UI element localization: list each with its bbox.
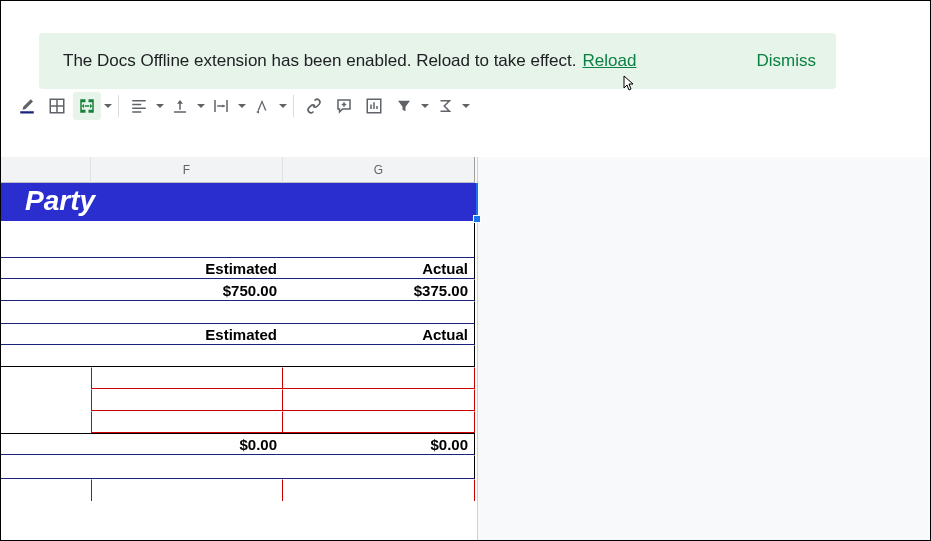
chevron-down-icon [156,104,164,108]
grid: Estimated Actual $750.00 $375.00 Estimat… [1,221,477,501]
separator [118,95,119,117]
cell-red[interactable] [91,411,283,433]
cell[interactable] [283,221,475,257]
chevron-down-icon [279,104,287,108]
cell[interactable] [1,279,91,301]
offline-banner: The Docs Offline extension has been enab… [39,33,836,89]
chevron-down-icon [197,104,205,108]
column-headers: F G [1,157,477,183]
functions-button[interactable] [431,92,470,120]
borders-button[interactable] [43,92,71,120]
cell-red[interactable] [283,411,475,433]
cell-red[interactable] [283,479,475,501]
cell[interactable] [283,345,475,367]
cell[interactable] [1,411,91,433]
cell[interactable] [1,367,91,389]
cell[interactable] [283,301,475,323]
filter-button[interactable] [390,92,429,120]
cell-red[interactable] [283,389,475,411]
insert-link-button[interactable] [300,92,328,120]
column-header-g[interactable]: G [283,157,475,183]
title-text: Party [25,185,95,217]
total-estimated[interactable]: $0.00 [91,433,283,455]
text-rotation-button[interactable] [248,92,287,120]
val-estimated-1[interactable]: $750.00 [91,279,283,301]
cell-red[interactable] [91,367,283,389]
fill-color-button[interactable] [13,92,41,120]
cell[interactable] [91,345,283,367]
insert-chart-button[interactable] [360,92,388,120]
cell[interactable] [1,323,91,345]
cell[interactable] [1,389,91,411]
toolbar [1,89,930,123]
horizontal-align-button[interactable] [125,92,164,120]
hdr-estimated-1[interactable]: Estimated [91,257,283,279]
svg-rect-0 [20,111,34,113]
cell[interactable] [1,345,91,367]
title-row[interactable]: Party [1,183,477,221]
dismiss-button[interactable]: Dismiss [757,51,817,71]
column-header-f[interactable]: F [91,157,283,183]
selection-handle[interactable] [473,215,481,223]
cell[interactable] [91,301,283,323]
text-wrap-button[interactable] [207,92,246,120]
empty-area [477,157,930,540]
chevron-down-icon [104,104,112,108]
spreadsheet-area: F G Party Estimated Actual $750.00 $375. [1,157,930,540]
cell[interactable] [1,221,91,257]
banner-message: The Docs Offline extension has been enab… [63,51,577,71]
insert-comment-button[interactable] [330,92,358,120]
column-header-blank[interactable] [1,157,91,183]
cell[interactable] [1,433,91,455]
cell[interactable] [1,479,91,501]
cell[interactable] [1,455,91,479]
cell-red[interactable] [283,367,475,389]
selection-border [476,183,478,219]
cell[interactable] [1,301,91,323]
cell-red[interactable] [91,389,283,411]
hdr-actual-2[interactable]: Actual [283,323,475,345]
hdr-actual-1[interactable]: Actual [283,257,475,279]
cell[interactable] [91,455,283,479]
cell-red[interactable] [91,479,283,501]
merge-cells-button[interactable] [73,92,112,120]
reload-link[interactable]: Reload [583,51,637,71]
cell[interactable] [91,221,283,257]
vertical-align-button[interactable] [166,92,205,120]
chevron-down-icon [462,104,470,108]
chevron-down-icon [421,104,429,108]
chevron-down-icon [238,104,246,108]
sheet-content[interactable]: F G Party Estimated Actual $750.00 $375. [1,157,477,540]
total-actual[interactable]: $0.00 [283,433,475,455]
cell[interactable] [1,257,91,279]
hdr-estimated-2[interactable]: Estimated [91,323,283,345]
cell[interactable] [283,455,475,479]
val-actual-1[interactable]: $375.00 [283,279,475,301]
separator [293,95,294,117]
